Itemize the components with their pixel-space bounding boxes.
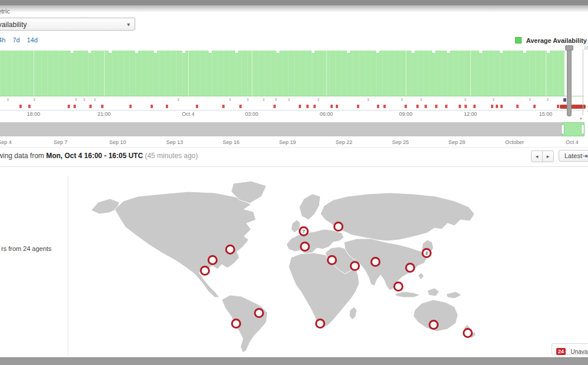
- agent-marker[interactable]: 2: [422, 248, 432, 258]
- metric-dropdown-value: Availability: [0, 21, 26, 29]
- map-indonesia: [395, 292, 420, 297]
- error-event-tick[interactable]: [151, 105, 153, 108]
- error-event-tick[interactable]: [68, 105, 70, 108]
- error-event-tick[interactable]: [383, 105, 386, 108]
- event-tick-gray: [368, 98, 369, 101]
- event-tick-gray: [401, 98, 403, 101]
- event-tick-gray: [263, 98, 265, 101]
- error-event-tick[interactable]: [239, 105, 242, 108]
- agent-marker[interactable]: [231, 319, 241, 329]
- availability-dip: [71, 51, 74, 53]
- window-bottom-bar: [0, 357, 588, 365]
- agent-marker[interactable]: [370, 257, 380, 267]
- availability-dip: [523, 51, 526, 53]
- error-event-tick[interactable]: [28, 105, 31, 108]
- agent-marker[interactable]: [208, 255, 218, 265]
- prev-button[interactable]: ◂: [531, 150, 543, 162]
- metric-dropdown[interactable]: Availability ▾: [0, 18, 135, 31]
- availability-dip: [135, 51, 138, 53]
- agent-marker[interactable]: [405, 263, 415, 273]
- event-tick-gray: [288, 98, 290, 101]
- map-philippines: [418, 273, 424, 280]
- range-14d-link[interactable]: 14d: [27, 36, 38, 43]
- time-axis-label: 15:00: [539, 111, 553, 117]
- agent-marker[interactable]: [429, 320, 439, 330]
- availability-dip: [209, 51, 212, 53]
- agent-marker-count: 2: [423, 250, 430, 256]
- chart-gridline: [546, 51, 546, 96]
- error-event-tick[interactable]: [473, 105, 476, 108]
- agent-marker[interactable]: [254, 308, 264, 318]
- error-event-tick[interactable]: [299, 105, 301, 108]
- time-axis-label: 03:00: [245, 111, 259, 117]
- error-event-tick[interactable]: [306, 105, 309, 108]
- timeline-cursor[interactable]: [567, 49, 572, 116]
- overview-timeline-bar[interactable]: [0, 122, 563, 136]
- agent-marker[interactable]: [327, 255, 337, 265]
- error-event-tick[interactable]: [336, 105, 338, 108]
- unavailable-event-bar[interactable]: [560, 105, 586, 109]
- error-event-tick[interactable]: [435, 105, 437, 108]
- timeline-cursor-handle[interactable]: [565, 45, 573, 51]
- chart-legend: Average Availability: [515, 37, 587, 44]
- time-axis-line: [0, 110, 584, 110]
- error-event-tick[interactable]: [516, 105, 519, 108]
- selection-right-handle[interactable]: [582, 125, 584, 134]
- range-7d-link[interactable]: 7d: [12, 36, 19, 43]
- event-tick-gray: [7, 98, 9, 101]
- error-event-tick[interactable]: [330, 105, 333, 108]
- availability-dip: [500, 51, 503, 53]
- divider: [0, 166, 588, 167]
- legend-label: Average Availability: [526, 37, 587, 44]
- error-event-tick[interactable]: [196, 105, 198, 108]
- agent-marker[interactable]: 7: [299, 226, 309, 236]
- error-event-tick[interactable]: [273, 105, 276, 108]
- availability-area-chart[interactable]: [0, 51, 564, 96]
- agent-marker[interactable]: [315, 319, 325, 329]
- error-event-tick[interactable]: [377, 105, 379, 108]
- error-event-tick[interactable]: [405, 105, 407, 108]
- unavailable-badge[interactable]: 24 Unavailable: [552, 343, 588, 355]
- range-24h-link[interactable]: 24h: [0, 36, 5, 43]
- agent-marker[interactable]: [200, 266, 210, 276]
- error-event-tick[interactable]: [101, 105, 103, 108]
- selection-left-handle[interactable]: [562, 125, 564, 134]
- agent-marker[interactable]: [333, 222, 343, 232]
- error-event-tick[interactable]: [129, 105, 132, 108]
- error-event-tick[interactable]: [313, 105, 316, 108]
- error-event-tick[interactable]: [445, 105, 447, 108]
- error-event-tick[interactable]: [166, 105, 168, 108]
- next-button[interactable]: ▸: [542, 150, 554, 162]
- availability-dip: [347, 51, 350, 53]
- availability-dip: [276, 51, 279, 53]
- event-tick-accent: [563, 98, 566, 102]
- agent-marker[interactable]: [300, 242, 310, 252]
- latest-button[interactable]: Latest⇥: [559, 150, 588, 162]
- event-tick-gray: [493, 98, 495, 101]
- error-event-tick[interactable]: [491, 105, 493, 108]
- error-event-tick[interactable]: [533, 105, 536, 108]
- error-event-tick[interactable]: [557, 105, 559, 108]
- error-event-tick[interactable]: [416, 105, 419, 108]
- map-madagascar: [349, 307, 357, 320]
- agent-marker[interactable]: [463, 328, 473, 338]
- error-event-tick[interactable]: [74, 105, 76, 108]
- agents-count-note: rs from 24 agents: [1, 245, 52, 252]
- error-event-tick[interactable]: [19, 105, 22, 108]
- agent-marker[interactable]: [225, 245, 235, 255]
- error-event-tick[interactable]: [459, 105, 461, 108]
- right-axis-label: 100: [584, 46, 588, 50]
- error-event-tick[interactable]: [89, 105, 92, 108]
- map-scandinavia: [299, 194, 320, 220]
- error-event-tick[interactable]: [500, 105, 503, 108]
- event-tick-gray: [83, 98, 85, 101]
- event-tick-gray: [178, 98, 179, 101]
- error-event-tick[interactable]: [222, 105, 225, 108]
- agent-marker[interactable]: [393, 282, 403, 292]
- error-event-tick[interactable]: [425, 105, 427, 108]
- availability-dip: [312, 51, 315, 53]
- error-event-tick[interactable]: [496, 105, 498, 108]
- error-event-tick[interactable]: [357, 105, 359, 108]
- agent-marker[interactable]: [350, 261, 360, 271]
- error-event-tick[interactable]: [465, 105, 467, 108]
